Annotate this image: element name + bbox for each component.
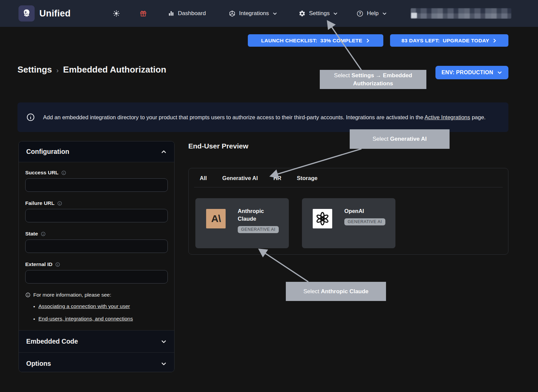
trial-upgrade-value: UPGRADE TODAY xyxy=(443,38,489,44)
doc-link-row: • Associating a connection with your use… xyxy=(33,303,168,310)
breadcrumb: Settings › Embedded Authorization xyxy=(17,64,166,75)
anthropic-logo-glyph: A\ xyxy=(211,213,221,224)
field-label: Success URL xyxy=(25,170,168,176)
nav-dashboard[interactable]: Dashboard xyxy=(168,0,206,27)
nav-integrations-label: Integrations xyxy=(239,10,269,17)
callout-bold: Generative AI xyxy=(390,136,427,142)
environment-selector-button[interactable]: ENV: PRODUCTION xyxy=(435,66,508,79)
nav-help-label: Help xyxy=(367,10,379,17)
state-input[interactable] xyxy=(25,239,168,253)
chevron-down-icon xyxy=(161,339,167,345)
svg-text:?: ? xyxy=(359,11,361,15)
info-icon[interactable] xyxy=(41,231,46,236)
chevron-down-icon xyxy=(272,11,277,16)
doc-link-endusers-integrations[interactable]: End-users, integrations, and connections xyxy=(38,316,133,322)
app-window: Unified xyxy=(0,0,538,392)
launch-checklist-label: LAUNCH CHECKLIST: xyxy=(261,38,317,44)
gear-icon xyxy=(299,10,306,17)
callout-prefix: Select xyxy=(334,72,351,79)
info-banner: Add an embedded integration directory to… xyxy=(17,102,508,132)
callout-prefix: Select xyxy=(303,288,321,295)
sun-icon xyxy=(113,10,120,17)
openai-logo-icon xyxy=(313,209,332,228)
card-title: OpenAI xyxy=(344,207,385,215)
integration-card-openai[interactable]: OpenAI GENERATIVE AI xyxy=(302,198,395,248)
configuration-panel: Configuration Success URL Failure URL xyxy=(18,141,175,372)
card-content: OpenAI GENERATIVE AI xyxy=(344,207,385,225)
embedded-code-accordion-header[interactable]: Embedded Code xyxy=(19,330,174,352)
tab-hr[interactable]: HR xyxy=(273,175,281,181)
callout-bold: Anthropic Claude xyxy=(321,288,369,295)
nav-help[interactable]: ? Help xyxy=(356,0,387,27)
nav-integrations[interactable]: Integrations xyxy=(229,0,277,27)
rewards-button[interactable] xyxy=(140,0,147,27)
redacted-user-info[interactable] xyxy=(411,8,511,19)
tab-storage[interactable]: Storage xyxy=(297,175,317,181)
configuration-body: Success URL Failure URL St xyxy=(19,162,174,330)
field-state: State xyxy=(25,231,168,253)
configuration-title: Configuration xyxy=(26,148,69,156)
configuration-accordion-header[interactable]: Configuration xyxy=(19,141,174,162)
anthropic-logo-icon: A\ xyxy=(206,209,226,228)
nav-dashboard-label: Dashboard xyxy=(178,10,206,17)
chevron-down-icon xyxy=(333,11,338,16)
launch-checklist-value: 33% COMPLETE xyxy=(320,38,362,44)
field-success-url: Success URL xyxy=(25,170,168,192)
info-text-after: page. xyxy=(470,114,486,120)
integrations-icon xyxy=(229,10,236,17)
doc-link-associating-connection[interactable]: Associating a connection with your user xyxy=(38,303,130,309)
external-id-input[interactable] xyxy=(25,270,168,284)
success-url-input[interactable] xyxy=(25,178,168,192)
breadcrumb-settings[interactable]: Settings xyxy=(17,64,52,75)
callout-select-settings: Select Settings → Embedded Authorization… xyxy=(320,70,426,89)
field-failure-url: Failure URL xyxy=(25,200,168,222)
field-label: Failure URL xyxy=(25,200,168,206)
chevron-right-icon xyxy=(492,38,497,43)
page-title: Embedded Authorization xyxy=(63,64,166,75)
category-badge: GENERATIVE AI xyxy=(344,218,385,225)
brand[interactable]: Unified xyxy=(18,5,71,21)
gift-icon xyxy=(140,10,147,17)
callout-text: Select Generative AI xyxy=(373,135,427,143)
trial-days-label: 83 DAYS LEFT: xyxy=(401,38,440,44)
tabs-divider xyxy=(194,187,503,187)
category-badge: GENERATIVE AI xyxy=(238,226,279,233)
environment-label: ENV: PRODUCTION xyxy=(441,70,493,76)
info-icon[interactable] xyxy=(55,262,60,267)
success-url-label: Success URL xyxy=(25,170,59,176)
chevron-down-icon xyxy=(497,70,502,75)
theme-toggle-button[interactable] xyxy=(113,0,120,27)
more-info-text: For more information, please see: xyxy=(33,292,111,298)
info-icon[interactable] xyxy=(61,170,66,175)
category-tabs: All Generative AI HR Storage xyxy=(200,175,317,181)
redacted-pixelation xyxy=(411,8,511,19)
embedded-code-title: Embedded Code xyxy=(26,338,78,345)
integration-cards: A\ Anthropic Claude GENERATIVE AI xyxy=(195,198,395,248)
info-icon[interactable] xyxy=(57,201,62,206)
tab-generative-ai[interactable]: Generative AI xyxy=(222,175,258,181)
nav-settings-label: Settings xyxy=(309,10,330,17)
failure-url-input[interactable] xyxy=(25,209,168,222)
tab-all[interactable]: All xyxy=(200,175,207,181)
callout-prefix: Select xyxy=(373,136,390,142)
upgrade-button[interactable]: 83 DAYS LEFT: UPGRADE TODAY xyxy=(390,34,508,47)
end-user-preview-panel: All Generative AI HR Storage A\ Anthropi… xyxy=(188,168,508,255)
integration-card-anthropic-claude[interactable]: A\ Anthropic Claude GENERATIVE AI xyxy=(195,198,289,248)
callout-select-generative-ai: Select Generative AI xyxy=(350,129,450,149)
failure-url-label: Failure URL xyxy=(25,200,54,206)
field-external-id: External ID xyxy=(25,261,168,284)
end-user-preview-title: End-User Preview xyxy=(188,142,248,150)
launch-checklist-button[interactable]: LAUNCH CHECKLIST: 33% COMPLETE xyxy=(248,34,383,47)
info-banner-text: Add an embedded integration directory to… xyxy=(43,112,504,122)
options-accordion-header[interactable]: Options xyxy=(19,352,174,372)
chevron-down-icon xyxy=(382,11,387,16)
field-label: External ID xyxy=(25,261,168,267)
brand-name: Unified xyxy=(39,8,71,19)
info-icon xyxy=(25,292,31,298)
active-integrations-link[interactable]: Active Integrations xyxy=(425,114,470,120)
callout-text: Select Settings → Embedded Authorization… xyxy=(324,72,422,88)
info-text-before: Add an embedded integration directory to… xyxy=(43,114,425,120)
external-id-label: External ID xyxy=(25,261,52,267)
dashboard-icon xyxy=(168,10,175,17)
nav-settings[interactable]: Settings xyxy=(299,0,338,27)
